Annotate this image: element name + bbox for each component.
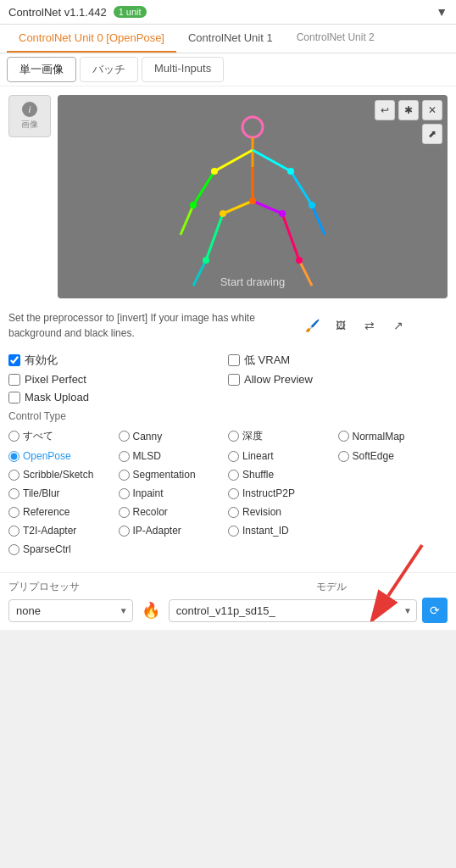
svg-line-5 [291,171,312,205]
radio-t2iadapter-label[interactable]: T2I-Adapter [23,525,76,537]
radio-inpaint-label[interactable]: Inpaint [133,487,164,499]
yuukoka-label[interactable]: 有効化 [25,353,58,368]
paintbrush-icon-btn[interactable]: 🖌️ [301,314,323,337]
svg-point-23 [296,257,303,264]
radio-reference-input[interactable] [8,507,19,518]
radio-t2iadapter: T2I-Adapter [8,523,119,538]
img-label: 画像 [21,119,38,131]
radio-normalmap-input[interactable] [338,431,349,442]
radio-shuffle-label[interactable]: Shuffle [242,469,274,481]
expand-btn[interactable]: ⬈ [422,124,442,144]
radio-recolor: Recolor [119,504,229,520]
checkbox-lowvram: 低 VRAM [228,353,448,368]
radio-tileblur-input[interactable] [8,488,19,499]
radio-instantid-label[interactable]: Instant_ID [242,525,289,537]
radio-openpose: OpenPose [8,448,119,464]
radio-segmentation-input[interactable] [119,470,130,481]
close-btn[interactable]: ✕ [422,100,442,120]
pixelperfect-label[interactable]: Pixel Perfect [25,373,86,386]
radio-subete-label[interactable]: すべて [23,429,53,443]
svg-line-10 [253,201,282,214]
allowpreview-checkbox[interactable] [228,374,240,386]
subtab-multi[interactable]: Multi-Inputs [142,57,224,82]
radio-mlsd-label[interactable]: MLSD [133,450,161,462]
svg-line-11 [206,214,223,260]
allowpreview-label[interactable]: Allow Preview [244,373,313,386]
main-content: i 画像 [0,86,456,572]
yuukoka-checkbox[interactable] [8,354,20,366]
radio-shuffle-input[interactable] [228,470,239,481]
reset-btn[interactable]: ✱ [398,100,419,120]
tab-unit0[interactable]: ControlNet Unit 0 [OpenPose] [7,25,176,53]
top-bar: ControlNet v1.1.442 1 unit ▼ [0,0,456,25]
svg-point-18 [309,202,315,209]
radio-revision-label[interactable]: Revision [242,506,281,518]
undo-btn[interactable]: ↩ [375,100,395,120]
maskupload-checkbox[interactable] [8,392,20,403]
svg-line-25 [388,545,422,596]
tab-unit2[interactable]: ControlNet Unit 2 [285,25,386,53]
subtab-batch[interactable]: バッチ [80,57,138,82]
curve-icon-btn[interactable]: ↗ [387,314,409,337]
image-icon-btn[interactable]: 🖼 [330,314,352,337]
svg-line-2 [214,150,253,171]
radio-recolor-label[interactable]: Recolor [133,506,168,518]
radio-mlsd-input[interactable] [119,451,130,462]
image-thumbnail[interactable]: i 画像 [8,95,51,137]
radio-ipadapter-input[interactable] [119,526,130,537]
svg-point-17 [190,202,197,209]
radio-canny-input[interactable] [119,431,130,442]
radio-openpose-label[interactable]: OpenPose [23,450,71,462]
radio-openpose-input[interactable] [8,451,19,462]
ctrl-row-bottom: ⬈ [375,124,442,144]
radio-segmentation-label[interactable]: Segmentation [133,469,196,481]
radio-softedge-label[interactable]: SoftEdge [353,450,394,462]
radio-depth-input[interactable] [228,431,239,442]
radio-depth-label[interactable]: 深度 [242,429,263,443]
preprocessor-select-wrapper: none openpose openpose_face openpose_fac… [8,599,133,622]
checkbox-maskupload: Mask Upload [8,391,448,403]
skeleton-svg [168,103,337,290]
checkbox-pixelperfect: Pixel Perfect [8,373,228,386]
radio-reference-label[interactable]: Reference [23,506,70,518]
svg-point-15 [211,168,218,175]
collapse-icon[interactable]: ▼ [436,5,448,19]
radio-instructp2p-label[interactable]: InstructP2P [242,487,295,499]
arrows-icon-btn[interactable]: ⇄ [359,314,381,337]
page-wrapper: ControlNet v1.1.442 1 unit ▼ ControlNet … [0,0,456,630]
radio-ipadapter-label[interactable]: IP-Adapter [133,525,181,537]
radio-lineart-label[interactable]: Lineart [242,450,274,462]
radio-t2iadapter-input[interactable] [8,526,19,537]
lowvram-checkbox[interactable] [228,354,240,366]
canvas-area[interactable]: Start drawing ↩ ✱ ✕ ⬈ [58,95,448,298]
radio-recolor-input[interactable] [119,507,130,518]
tab-unit1[interactable]: ControlNet Unit 1 [176,25,285,53]
radio-inpaint: Inpaint [119,486,229,501]
radio-scribble-input[interactable] [8,470,19,481]
pixelperfect-checkbox[interactable] [8,374,20,386]
radio-tileblur-label[interactable]: Tile/Blur [23,487,60,499]
lowvram-label[interactable]: 低 VRAM [244,353,290,368]
radio-instantid-input[interactable] [228,526,239,537]
radio-lineart: Lineart [228,448,338,464]
radio-inpaint-input[interactable] [119,488,130,499]
radio-tileblur: Tile/Blur [8,486,119,501]
maskupload-label[interactable]: Mask Upload [25,391,89,403]
checkboxes-row-2: Pixel Perfect Allow Preview [8,373,448,386]
radio-instructp2p-input[interactable] [228,488,239,499]
radio-lineart-input[interactable] [228,451,239,462]
radio-scribble-label[interactable]: Scribble/Sketch [23,469,93,481]
fire-button[interactable]: 🔥 [138,598,164,623]
app-title: ControlNet v1.1.442 [8,6,107,19]
top-bar-left: ControlNet v1.1.442 1 unit [8,6,147,19]
radio-subete-input[interactable] [8,431,19,442]
radio-revision-input[interactable] [228,507,239,518]
radio-sparsectrl-input[interactable] [8,544,19,555]
radio-softedge-input[interactable] [338,451,349,462]
radio-canny-label[interactable]: Canny [133,431,163,442]
subtab-single[interactable]: 単一画像 [7,57,76,82]
radio-sparsectrl-label[interactable]: SparseCtrl [23,543,71,555]
svg-point-21 [279,210,286,217]
preprocessor-select[interactable]: none openpose openpose_face openpose_fac… [8,599,133,622]
radio-normalmap-label[interactable]: NormalMap [353,431,405,442]
